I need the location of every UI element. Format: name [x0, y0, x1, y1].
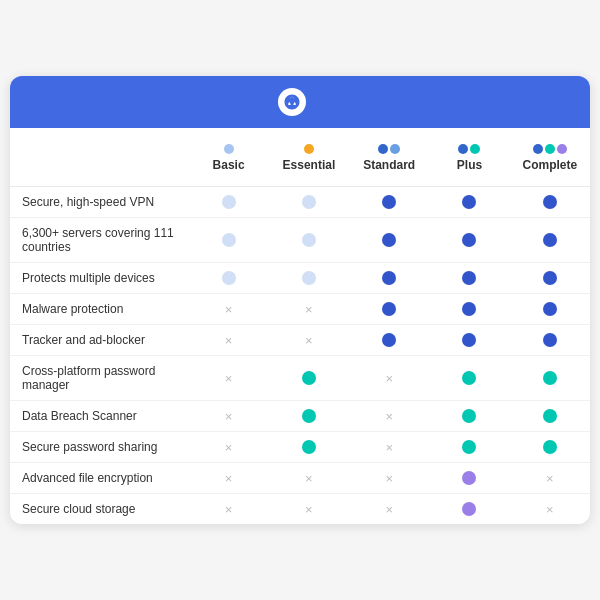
- plan-name-essential: Essential: [283, 158, 336, 172]
- feature-label: Malware protection: [10, 294, 188, 325]
- feature-label: Secure, high-speed VPN: [10, 187, 188, 218]
- cell-4-4: [510, 325, 590, 356]
- cell-4-0: ×: [188, 325, 268, 356]
- cell-4-2: [349, 325, 429, 356]
- cell-6-2: ×: [349, 401, 429, 432]
- nordvpn-logo: [278, 88, 306, 116]
- cell-1-4: [510, 218, 590, 263]
- cell-9-3: [429, 494, 509, 525]
- feature-label: Secure password sharing: [10, 432, 188, 463]
- cell-5-0: ×: [188, 356, 268, 401]
- cell-5-3: [429, 356, 509, 401]
- plan-header-basic: Basic: [188, 128, 268, 187]
- plan-name-plus: Plus: [457, 158, 482, 172]
- cell-0-3: [429, 187, 509, 218]
- feature-label: 6,300+ servers covering 111 countries: [10, 218, 188, 263]
- plan-name-complete: Complete: [522, 158, 577, 172]
- cell-4-3: [429, 325, 509, 356]
- page-header: [10, 76, 590, 128]
- cell-3-3: [429, 294, 509, 325]
- cell-1-2: [349, 218, 429, 263]
- table-row: Tracker and ad-blocker××: [10, 325, 590, 356]
- cell-0-4: [510, 187, 590, 218]
- feature-label: Secure cloud storage: [10, 494, 188, 525]
- table-row: Cross-platform password manager××: [10, 356, 590, 401]
- plan-header-standard: Standard: [349, 128, 429, 187]
- cell-9-1: ×: [269, 494, 349, 525]
- cell-5-1: [269, 356, 349, 401]
- cell-1-3: [429, 218, 509, 263]
- cell-3-1: ×: [269, 294, 349, 325]
- cell-6-3: [429, 401, 509, 432]
- cell-2-1: [269, 263, 349, 294]
- cell-8-1: ×: [269, 463, 349, 494]
- table-row: Data Breach Scanner××: [10, 401, 590, 432]
- cell-6-4: [510, 401, 590, 432]
- cell-0-1: [269, 187, 349, 218]
- feature-label: Cross-platform password manager: [10, 356, 188, 401]
- cell-2-2: [349, 263, 429, 294]
- table-row: Malware protection××: [10, 294, 590, 325]
- cell-7-3: [429, 432, 509, 463]
- cell-5-4: [510, 356, 590, 401]
- cell-1-1: [269, 218, 349, 263]
- cell-3-0: ×: [188, 294, 268, 325]
- plan-header-plus: Plus: [429, 128, 509, 187]
- table-row: Secure, high-speed VPN: [10, 187, 590, 218]
- plan-header-complete: Complete: [510, 128, 590, 187]
- cell-3-4: [510, 294, 590, 325]
- feature-label: Data Breach Scanner: [10, 401, 188, 432]
- cell-7-2: ×: [349, 432, 429, 463]
- cell-5-2: ×: [349, 356, 429, 401]
- feature-label: Protects multiple devices: [10, 263, 188, 294]
- cell-3-2: [349, 294, 429, 325]
- cell-2-4: [510, 263, 590, 294]
- cell-8-3: [429, 463, 509, 494]
- table-row: 6,300+ servers covering 111 countries: [10, 218, 590, 263]
- plan-name-basic: Basic: [213, 158, 245, 172]
- cell-9-4: ×: [510, 494, 590, 525]
- cell-2-0: [188, 263, 268, 294]
- cell-6-0: ×: [188, 401, 268, 432]
- cell-9-2: ×: [349, 494, 429, 525]
- feature-label: Advanced file encryption: [10, 463, 188, 494]
- cell-7-0: ×: [188, 432, 268, 463]
- cell-7-4: [510, 432, 590, 463]
- comparison-table: BasicEssentialStandardPlusComplete Secur…: [10, 128, 590, 524]
- cell-6-1: [269, 401, 349, 432]
- cell-8-4: ×: [510, 463, 590, 494]
- cell-7-1: [269, 432, 349, 463]
- table-row: Secure password sharing××: [10, 432, 590, 463]
- cell-8-0: ×: [188, 463, 268, 494]
- cell-9-0: ×: [188, 494, 268, 525]
- plan-name-standard: Standard: [363, 158, 415, 172]
- feature-label: Tracker and ad-blocker: [10, 325, 188, 356]
- cell-0-0: [188, 187, 268, 218]
- table-row: Secure cloud storage××××: [10, 494, 590, 525]
- table-row: Protects multiple devices: [10, 263, 590, 294]
- comparison-card: BasicEssentialStandardPlusComplete Secur…: [10, 76, 590, 524]
- cell-0-2: [349, 187, 429, 218]
- cell-4-1: ×: [269, 325, 349, 356]
- plan-header-essential: Essential: [269, 128, 349, 187]
- cell-8-2: ×: [349, 463, 429, 494]
- cell-2-3: [429, 263, 509, 294]
- table-row: Advanced file encryption××××: [10, 463, 590, 494]
- cell-1-0: [188, 218, 268, 263]
